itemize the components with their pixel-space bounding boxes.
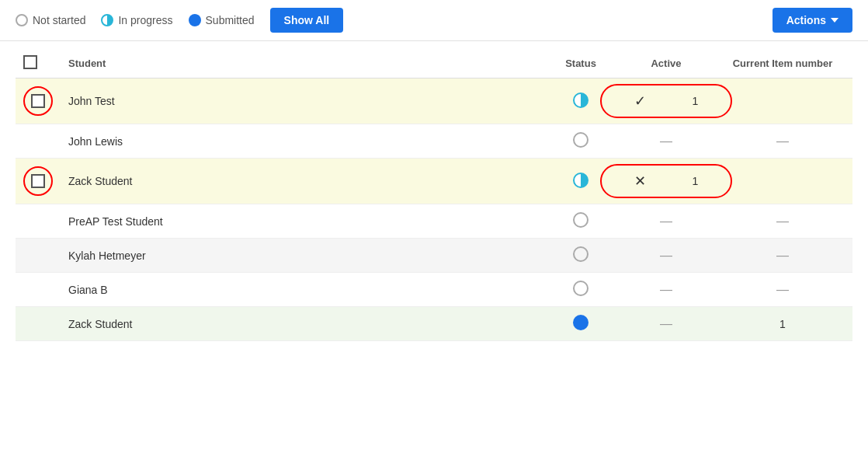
status-cell xyxy=(542,204,620,239)
table-row: Giana B—— xyxy=(16,273,852,307)
row-checkbox-cell[interactable] xyxy=(16,78,61,124)
filter-submitted[interactable]: Submitted xyxy=(189,14,255,26)
not-started-label: Not started xyxy=(33,14,85,26)
table-header-row: Student Status Active Current Item numbe… xyxy=(16,49,852,78)
current-item-cell: — xyxy=(713,273,852,307)
toolbar: Not started In progress Submitted Show A… xyxy=(0,0,868,41)
student-table: Student Status Active Current Item numbe… xyxy=(16,49,852,341)
current-item-cell: — xyxy=(713,239,852,273)
submitted-icon xyxy=(189,14,201,26)
status-cell xyxy=(542,239,620,273)
student-name: John Test xyxy=(61,78,542,124)
row-checkbox-cell xyxy=(16,273,61,307)
submitted-label: Submitted xyxy=(206,14,255,26)
student-table-container: Student Status Active Current Item numbe… xyxy=(0,41,868,341)
item-number: 1 xyxy=(779,318,786,330)
active-cell: ✓ 1 xyxy=(620,78,713,124)
item-dash: — xyxy=(776,134,789,148)
header-active: Active xyxy=(620,49,713,78)
active-cell: — xyxy=(620,307,713,341)
in-progress-status-icon xyxy=(573,92,589,108)
active-dash: — xyxy=(660,215,672,228)
header-checkbox-cell[interactable] xyxy=(16,49,61,78)
table-row: John Test ✓ 1 xyxy=(16,78,852,124)
header-student: Student xyxy=(61,49,542,78)
active-dash: — xyxy=(660,249,672,262)
filter-in-progress[interactable]: In progress xyxy=(101,14,172,26)
row-checkbox-cell xyxy=(16,307,61,341)
checkbox-wrap[interactable] xyxy=(23,166,53,196)
in-progress-icon xyxy=(101,14,113,26)
table-row: PreAP Test Student—— xyxy=(16,204,852,239)
row-checkbox-cell xyxy=(16,124,61,159)
red-circle-indicator xyxy=(23,166,53,196)
student-name: Giana B xyxy=(61,273,542,307)
not-started-status-icon xyxy=(573,212,589,228)
student-name: PreAP Test Student xyxy=(61,204,542,239)
active-oval-wrap: ✓ 1 xyxy=(634,92,699,110)
current-item-cell: 1 xyxy=(713,307,852,341)
row-checkbox-cell[interactable] xyxy=(16,159,61,204)
header-status: Status xyxy=(542,49,620,78)
active-cell: — xyxy=(620,204,713,239)
select-all-checkbox[interactable] xyxy=(23,55,37,69)
table-row: John Lewis—— xyxy=(16,124,852,159)
current-item-value: 1 xyxy=(693,95,699,107)
current-item-cell xyxy=(713,159,852,204)
row-checkbox-cell xyxy=(16,204,61,239)
chevron-down-icon xyxy=(831,18,838,23)
status-cell xyxy=(542,78,620,124)
item-dash: — xyxy=(776,283,789,296)
current-item-cell: — xyxy=(713,204,852,239)
item-dash: — xyxy=(776,215,789,228)
current-item-cell: — xyxy=(713,124,852,159)
item-dash: — xyxy=(776,249,789,262)
active-cell: ✕ 1 xyxy=(620,159,713,204)
status-cell xyxy=(542,273,620,307)
actions-label: Actions xyxy=(786,14,826,26)
active-dash: — xyxy=(660,317,672,330)
active-oval-wrap: ✕ 1 xyxy=(634,173,699,190)
active-cross-icon: ✕ xyxy=(634,173,646,190)
not-started-status-icon xyxy=(573,281,589,296)
active-check-icon: ✓ xyxy=(634,92,646,110)
red-circle-indicator xyxy=(23,86,53,116)
not-started-status-icon xyxy=(573,246,589,262)
status-cell xyxy=(542,124,620,159)
current-item-value: 1 xyxy=(693,175,699,187)
checkbox-wrap[interactable] xyxy=(23,86,53,116)
in-progress-label: In progress xyxy=(118,14,172,26)
filter-not-started[interactable]: Not started xyxy=(16,14,85,26)
not-started-status-icon xyxy=(573,132,589,148)
in-progress-status-icon xyxy=(573,173,589,188)
student-name: Zack Student xyxy=(61,307,542,341)
active-dash: — xyxy=(660,283,672,296)
not-started-icon xyxy=(16,14,28,26)
current-item-cell xyxy=(713,78,852,124)
table-row: Zack Student ✕ 1 xyxy=(16,159,852,204)
student-name: Kylah Hetmeyer xyxy=(61,239,542,273)
row-checkbox-cell xyxy=(16,239,61,273)
show-all-button[interactable]: Show All xyxy=(270,8,344,33)
header-current-item: Current Item number xyxy=(713,49,852,78)
actions-button[interactable]: Actions xyxy=(773,8,852,33)
status-cell xyxy=(542,159,620,204)
table-row: Zack Student—1 xyxy=(16,307,852,341)
student-name: Zack Student xyxy=(61,159,542,204)
active-dash: — xyxy=(660,134,672,148)
active-cell: — xyxy=(620,239,713,273)
active-cell: — xyxy=(620,124,713,159)
student-name: John Lewis xyxy=(61,124,542,159)
status-cell xyxy=(542,307,620,341)
table-row: Kylah Hetmeyer—— xyxy=(16,239,852,273)
active-cell: — xyxy=(620,273,713,307)
submitted-status-icon xyxy=(573,315,589,330)
